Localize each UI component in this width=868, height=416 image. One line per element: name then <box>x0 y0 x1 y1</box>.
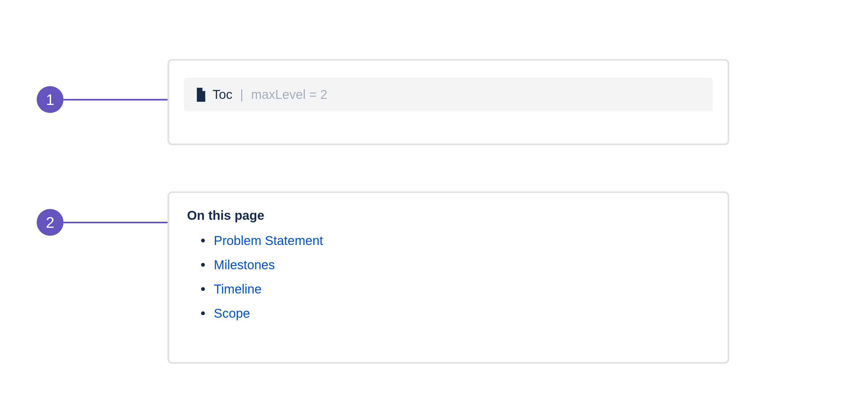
bullet-icon <box>201 238 205 243</box>
toc-item: Timeline <box>201 277 710 301</box>
annotation-connector-2 <box>63 222 185 223</box>
toc-heading: On this page <box>187 208 710 223</box>
toc-link-milestones[interactable]: Milestones <box>214 253 275 277</box>
macro-editor-panel: Toc | maxLevel = 2 <box>167 59 729 145</box>
toc-link-problem-statement[interactable]: Problem Statement <box>214 228 323 253</box>
toc-item: Milestones <box>201 253 710 277</box>
toc-link-timeline[interactable]: Timeline <box>214 277 262 301</box>
toc-rendered-panel: On this page Problem Statement Milestone… <box>167 191 729 364</box>
toc-list: Problem Statement Milestones Timeline Sc… <box>187 228 710 325</box>
annotation-badge-1: 1 <box>37 86 63 113</box>
macro-separator: | <box>240 88 243 102</box>
annotation-number-1: 1 <box>46 91 55 108</box>
document-icon <box>195 88 207 102</box>
bullet-icon <box>201 287 205 291</box>
macro-name: Toc <box>213 88 232 102</box>
macro-placeholder[interactable]: Toc | maxLevel = 2 <box>184 78 713 111</box>
toc-item: Scope <box>201 301 710 325</box>
annotation-number-2: 2 <box>46 214 55 231</box>
bullet-icon <box>201 263 205 267</box>
macro-parameter: maxLevel = 2 <box>251 88 328 102</box>
annotation-badge-2: 2 <box>37 209 63 236</box>
bullet-icon <box>201 311 205 315</box>
toc-item: Problem Statement <box>201 228 710 253</box>
toc-link-scope[interactable]: Scope <box>214 301 250 325</box>
